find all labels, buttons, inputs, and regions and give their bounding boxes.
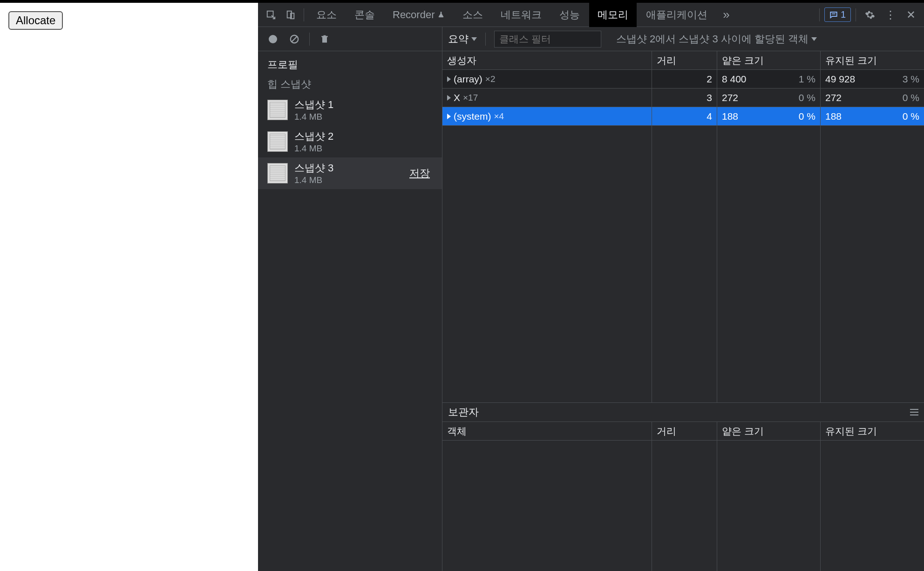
shallow-pct: 0 % bbox=[793, 92, 815, 103]
main-content: 요약 스냅샷 2에서 스냅샷 3 사이에 할당된 객체 생성자 거리 얕은 크기… bbox=[442, 27, 924, 571]
settings-icon[interactable] bbox=[861, 6, 879, 24]
close-icon[interactable]: ✕ bbox=[902, 6, 920, 24]
retained-pct: 3 % bbox=[897, 74, 919, 85]
main-toolbar: 요약 스냅샷 2에서 스냅샷 3 사이에 할당된 객체 bbox=[442, 27, 924, 51]
allocate-button[interactable]: Allocate bbox=[8, 11, 63, 30]
tab-application[interactable]: 애플리케이션 bbox=[638, 3, 716, 27]
page-content: Allocate bbox=[0, 0, 258, 571]
shallow-size: 188 bbox=[722, 111, 738, 122]
expand-icon[interactable] bbox=[447, 95, 451, 101]
record-button[interactable] bbox=[264, 30, 282, 48]
inspect-icon[interactable] bbox=[262, 6, 280, 24]
snapshot-item[interactable]: 스냅샷 1 1.4 MB bbox=[258, 94, 442, 126]
tab-performance[interactable]: 성능 bbox=[551, 3, 588, 27]
constructor-name: X bbox=[454, 92, 460, 103]
retained-pct: 0 % bbox=[897, 111, 919, 122]
snapshot-name: 스냅샷 3 bbox=[294, 161, 403, 175]
header-object[interactable]: 객체 bbox=[442, 422, 652, 440]
shallow-size: 272 bbox=[722, 92, 738, 103]
comparison-dropdown[interactable]: 스냅샷 2에서 스냅샷 3 사이에 할당된 객체 bbox=[616, 32, 817, 46]
retained-pct: 0 % bbox=[897, 92, 919, 103]
tab-recorder-label: Recorder bbox=[393, 9, 435, 21]
header-retained[interactable]: 유지된 크기 bbox=[821, 422, 924, 440]
retained-size: 49 928 bbox=[825, 74, 855, 85]
expand-icon[interactable] bbox=[447, 76, 451, 82]
snapshot-name: 스냅샷 1 bbox=[294, 98, 433, 112]
menu-icon[interactable] bbox=[910, 409, 918, 415]
table-row[interactable]: (array) ×2 2 8 400 1 % 49 928 3 % bbox=[442, 70, 924, 88]
header-retained[interactable]: 유지된 크기 bbox=[821, 51, 924, 69]
constructor-name: (system) bbox=[454, 111, 491, 122]
retainers-title: 보관자 bbox=[448, 405, 479, 419]
devtools-tab-bar: 요소 콘솔 Recorder 소스 네트워크 성능 메모리 애플리케이션 » 1… bbox=[258, 3, 924, 27]
retainers-empty-area bbox=[442, 441, 924, 571]
more-tabs-icon[interactable]: » bbox=[717, 6, 735, 24]
trash-icon[interactable] bbox=[315, 30, 334, 48]
table-empty-area bbox=[442, 126, 924, 402]
snapshot-icon bbox=[267, 100, 288, 120]
retainers-header: 보관자 bbox=[442, 402, 924, 422]
table-header-row: 생성자 거리 얕은 크기 유지된 크기 bbox=[442, 51, 924, 70]
issues-badge[interactable]: 1 bbox=[824, 7, 851, 22]
constructors-table: 생성자 거리 얕은 크기 유지된 크기 (array) ×2 2 8 400 1… bbox=[442, 51, 924, 571]
tab-network[interactable]: 네트워크 bbox=[492, 3, 550, 27]
shallow-pct: 1 % bbox=[793, 74, 815, 85]
heap-snapshots-heading: 힙 스냅샷 bbox=[258, 75, 442, 94]
class-filter-input[interactable] bbox=[494, 31, 601, 48]
shallow-size: 8 400 bbox=[722, 74, 747, 85]
chat-icon bbox=[829, 11, 838, 19]
tab-elements[interactable]: 요소 bbox=[308, 3, 345, 27]
instance-count: ×4 bbox=[494, 111, 504, 122]
snapshot-item[interactable]: 스냅샷 2 1.4 MB bbox=[258, 126, 442, 157]
tab-recorder[interactable]: Recorder bbox=[384, 3, 453, 27]
divider bbox=[304, 8, 304, 21]
divider bbox=[856, 8, 856, 21]
divider bbox=[485, 33, 486, 46]
tab-sources[interactable]: 소스 bbox=[454, 3, 491, 27]
save-link[interactable]: 저장 bbox=[409, 166, 430, 180]
issues-count: 1 bbox=[841, 9, 846, 20]
header-shallow[interactable]: 얕은 크기 bbox=[717, 51, 821, 69]
view-dropdown[interactable]: 요약 bbox=[448, 32, 477, 46]
profiles-heading: 프로필 bbox=[258, 51, 442, 75]
instance-count: ×2 bbox=[485, 74, 496, 84]
kebab-menu-icon[interactable]: ⋮ bbox=[881, 6, 900, 24]
flask-icon bbox=[437, 11, 445, 19]
retained-size: 272 bbox=[825, 92, 842, 103]
retained-size: 188 bbox=[825, 111, 842, 122]
profiles-sidebar: 프로필 힙 스냅샷 스냅샷 1 1.4 MB 스냅샷 2 1.4 MB bbox=[258, 27, 442, 571]
comparison-label: 스냅샷 2에서 스냅샷 3 사이에 할당된 객체 bbox=[616, 32, 808, 46]
divider bbox=[309, 33, 310, 46]
divider bbox=[819, 8, 820, 21]
clear-icon[interactable] bbox=[285, 30, 304, 48]
snapshot-size: 1.4 MB bbox=[294, 112, 433, 122]
header-shallow[interactable]: 얕은 크기 bbox=[717, 422, 821, 440]
retainers-table-header: 객체 거리 얕은 크기 유지된 크기 bbox=[442, 422, 924, 441]
snapshot-item[interactable]: 스냅샷 3 1.4 MB 저장 bbox=[258, 157, 442, 189]
snapshot-icon bbox=[267, 131, 288, 152]
devtools-panel: 요소 콘솔 Recorder 소스 네트워크 성능 메모리 애플리케이션 » 1… bbox=[258, 0, 924, 571]
view-dropdown-label: 요약 bbox=[448, 32, 469, 46]
header-distance[interactable]: 거리 bbox=[652, 51, 717, 69]
snapshot-icon bbox=[267, 163, 288, 184]
tab-console[interactable]: 콘솔 bbox=[346, 3, 383, 27]
header-distance[interactable]: 거리 bbox=[652, 422, 717, 440]
header-constructor[interactable]: 생성자 bbox=[442, 51, 652, 69]
sidebar-toolbar bbox=[258, 27, 442, 51]
snapshot-size: 1.4 MB bbox=[294, 143, 433, 154]
svg-line-5 bbox=[292, 36, 297, 41]
constructor-name: (array) bbox=[454, 74, 482, 85]
distance-value: 2 bbox=[652, 70, 717, 88]
chevron-down-icon bbox=[471, 37, 477, 41]
shallow-pct: 0 % bbox=[793, 111, 815, 122]
tab-memory[interactable]: 메모리 bbox=[589, 3, 637, 27]
distance-value: 3 bbox=[652, 88, 717, 107]
device-toggle-icon[interactable] bbox=[281, 6, 300, 24]
snapshot-name: 스냅샷 2 bbox=[294, 129, 433, 143]
table-row[interactable]: X ×17 3 272 0 % 272 0 % bbox=[442, 88, 924, 107]
expand-icon[interactable] bbox=[447, 114, 451, 119]
table-row[interactable]: (system) ×4 4 188 0 % 188 0 % bbox=[442, 107, 924, 126]
chevron-down-icon bbox=[811, 37, 817, 41]
instance-count: ×17 bbox=[463, 93, 478, 103]
snapshot-size: 1.4 MB bbox=[294, 175, 403, 185]
